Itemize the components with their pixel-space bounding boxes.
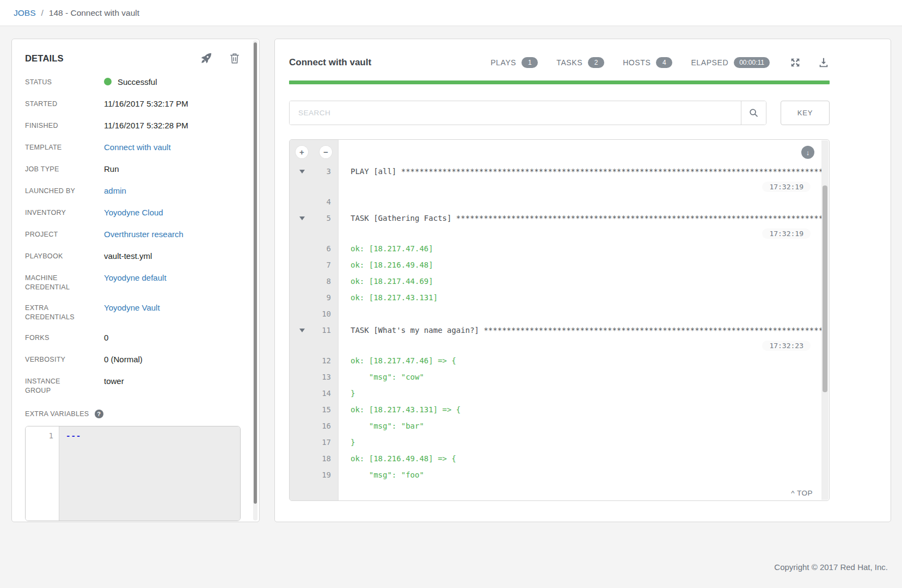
- line-number: 13: [315, 373, 339, 381]
- scroll-to-bottom-icon[interactable]: ↓: [801, 146, 814, 159]
- output-line-15: 15ok: [18.217.43.131] => {: [290, 401, 821, 418]
- timestamp-row: 17:32:19: [290, 180, 821, 194]
- line-number: 4: [315, 197, 339, 206]
- line-number: 8: [315, 277, 339, 286]
- output-line-7: 7ok: [18.216.49.48]: [290, 257, 821, 273]
- detail-label-verbosity: VERBOSITY: [25, 354, 104, 366]
- detail-row-inventory: INVENTORYYoyodyne Cloud: [25, 207, 248, 219]
- output-line-12: 12ok: [18.217.47.46] => {: [290, 352, 821, 369]
- line-number: 9: [315, 293, 339, 302]
- detail-value-machine-credential[interactable]: Yoyodyne default: [104, 272, 167, 292]
- output-line-18: 18ok: [18.216.49.48] => {: [290, 450, 821, 467]
- editor-content[interactable]: ---: [59, 426, 240, 521]
- output-line-10: 10: [290, 306, 821, 322]
- detail-value-instance-group: tower: [104, 375, 124, 395]
- zoom-out-icon[interactable]: −: [320, 146, 332, 158]
- line-text: }: [339, 389, 821, 398]
- output-line-3: 3PLAY [all] ****************************…: [290, 163, 821, 180]
- line-number: 7: [315, 261, 339, 269]
- detail-label-extra-credentials: EXTRA CREDENTIALS: [25, 302, 104, 322]
- search-input[interactable]: [290, 101, 741, 125]
- detail-label-instance-group: INSTANCE GROUP: [25, 375, 104, 395]
- job-output-title: Connect with vault: [289, 57, 371, 68]
- relaunch-rocket-icon[interactable]: [200, 52, 212, 64]
- timestamp-cell: 17:32:19: [339, 182, 821, 192]
- key-button[interactable]: KEY: [781, 101, 830, 125]
- stat-badge-hosts: 4: [656, 57, 672, 68]
- line-text: PLAY [all] *****************************…: [339, 167, 821, 176]
- line-number: 6: [315, 244, 339, 253]
- detail-label-inventory: INVENTORY: [25, 207, 104, 219]
- breadcrumb-separator: /: [41, 8, 43, 18]
- detail-label-playbook: PLAYBOOK: [25, 250, 104, 262]
- detail-label-launched-by: LAUNCHED BY: [25, 185, 104, 197]
- detail-value-status: Successful: [104, 76, 157, 88]
- delete-trash-icon[interactable]: [229, 52, 241, 64]
- stat-elapsed: ELAPSED00:00:11: [691, 57, 770, 68]
- line-number: 18: [315, 454, 339, 463]
- output-line-8: 8ok: [18.217.44.69]: [290, 273, 821, 289]
- line-number: 11: [315, 326, 339, 335]
- detail-row-forks: FORKS0: [25, 332, 248, 344]
- caret-down-icon[interactable]: [299, 216, 305, 220]
- line-text: ok: [18.217.47.46]: [339, 244, 821, 253]
- details-scrollbar-thumb[interactable]: [254, 42, 257, 504]
- stat-plays: PLAYS1: [490, 57, 538, 68]
- line-number: 12: [315, 356, 339, 365]
- caret-down-icon[interactable]: [299, 329, 305, 332]
- download-output-icon[interactable]: [818, 57, 830, 69]
- detail-value-extra-credentials[interactable]: Yoyodyne Vault: [104, 302, 160, 322]
- stat-label-elapsed: ELAPSED: [691, 58, 728, 67]
- caret-down-icon[interactable]: [299, 170, 305, 174]
- detail-value-playbook: vault-test.yml: [104, 250, 152, 262]
- detail-value-verbosity: 0 (Normal): [104, 354, 143, 366]
- output-line-5: 5TASK [Gathering Facts] ****************…: [290, 210, 821, 226]
- details-scrollbar[interactable]: [253, 40, 257, 521]
- detail-value-launched-by[interactable]: admin: [104, 185, 126, 197]
- detail-row-extra-credentials: EXTRA CREDENTIALSYoyodyne Vault: [25, 302, 248, 322]
- collapse-caret-icon[interactable]: [290, 216, 315, 220]
- line-text: TASK [Gathering Facts] *****************…: [339, 214, 821, 222]
- detail-label-template: TEMPLATE: [25, 141, 104, 153]
- timestamp-cell: 17:32:19: [339, 228, 821, 239]
- scroll-to-top-link[interactable]: ^ TOP: [788, 489, 813, 497]
- breadcrumb: JOBS / 148 - Connect with vault: [0, 0, 902, 26]
- output-line-14: 14}: [290, 385, 821, 401]
- line-number: 14: [315, 389, 339, 398]
- detail-row-finished: FINISHED11/16/2017 5:32:28 PM: [25, 120, 248, 132]
- detail-value-inventory[interactable]: Yoyodyne Cloud: [104, 207, 163, 219]
- stat-badge-tasks: 2: [588, 57, 604, 68]
- expand-fullscreen-icon[interactable]: [789, 57, 801, 69]
- extra-variables-editor[interactable]: 1 ---: [25, 426, 241, 521]
- detail-label-status: STATUS: [25, 76, 104, 88]
- detail-row-started: STARTED11/16/2017 5:32:17 PM: [25, 98, 248, 110]
- console-scrollbar-thumb[interactable]: [823, 185, 827, 392]
- line-number: 17: [315, 438, 339, 447]
- zoom-in-icon[interactable]: +: [296, 146, 308, 158]
- output-line-13: 13 "msg": "cow": [290, 369, 821, 385]
- collapse-caret-icon[interactable]: [290, 329, 315, 332]
- line-number: 10: [315, 310, 339, 318]
- breadcrumb-jobs-link[interactable]: JOBS: [14, 8, 35, 18]
- stat-label-tasks: TASKS: [556, 58, 582, 67]
- detail-row-playbook: PLAYBOOKvault-test.yml: [25, 250, 248, 262]
- line-text: ok: [18.217.47.46] => {: [339, 356, 821, 365]
- search-icon[interactable]: [741, 101, 766, 125]
- stat-label-hosts: HOSTS: [623, 58, 651, 67]
- detail-row-template: TEMPLATEConnect with vault: [25, 141, 248, 153]
- job-progress-bar: [289, 81, 830, 84]
- stat-badge-elapsed: 00:00:11: [734, 57, 770, 68]
- collapse-caret-icon[interactable]: [290, 170, 315, 174]
- detail-row-status: STATUSSuccessful: [25, 76, 248, 88]
- help-question-icon[interactable]: ?: [95, 410, 103, 418]
- detail-value-template[interactable]: Connect with vault: [104, 141, 171, 153]
- console-scrollbar[interactable]: [821, 140, 829, 500]
- detail-value-finished: 11/16/2017 5:32:28 PM: [104, 120, 188, 132]
- detail-value-project[interactable]: Overthruster research: [104, 228, 183, 240]
- details-title: DETAILS: [25, 53, 64, 64]
- timestamp-badge: 17:32:19: [762, 228, 811, 239]
- line-number: 16: [315, 422, 339, 430]
- output-line-4: 4: [290, 194, 821, 210]
- line-number: 5: [315, 214, 339, 222]
- extra-variables-label: EXTRA VARIABLES: [25, 410, 89, 418]
